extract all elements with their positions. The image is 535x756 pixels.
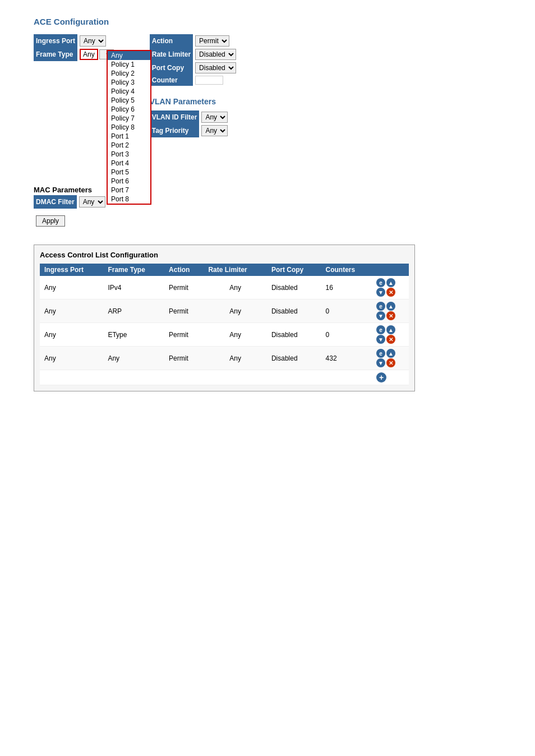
- col-counters: Counters: [321, 264, 372, 276]
- tag-priority-select[interactable]: Any: [201, 125, 228, 136]
- right-panel: Action Permit Deny Rate Limiter Disabled…: [150, 34, 296, 137]
- dropdown-option-port4[interactable]: Port 4: [108, 159, 150, 168]
- cell-ingress-port: Any: [40, 347, 103, 370]
- acl-title: Access Control List Configuration: [40, 251, 409, 259]
- cell-ingress-port: Any: [40, 276, 103, 299]
- down-button-row1[interactable]: ▼: [376, 288, 385, 297]
- acl-container: Access Control List Configuration Ingres…: [34, 245, 415, 391]
- dropdown-option-policy3[interactable]: Policy 3: [108, 78, 150, 87]
- table-row: Any ARP Permit Any Disabled 0 e ▲ ▼ ✕: [40, 299, 409, 323]
- cell-rate-limiter: Any: [204, 347, 267, 370]
- rate-limiter-select[interactable]: Disabled 1 2: [195, 49, 236, 60]
- col-actions: [372, 264, 409, 276]
- up-button-row1[interactable]: ▲: [386, 278, 395, 287]
- dropdown-option-any[interactable]: Any: [108, 51, 150, 60]
- vlan-id-filter-label: VLAN ID Filter: [150, 110, 200, 124]
- cell-counters: 0: [321, 323, 372, 347]
- vlan-section: VLAN Parameters VLAN ID Filter Any Tag P…: [150, 97, 296, 137]
- dropdown-option-policy5[interactable]: Policy 5: [108, 96, 150, 105]
- mac-params-row: MAC Parameters: [34, 185, 108, 195]
- acl-header-row: Ingress Port Frame Type Action Rate Limi…: [40, 264, 409, 276]
- cell-frame-type: IPv4: [103, 276, 164, 299]
- edit-button-row4[interactable]: e: [376, 349, 385, 358]
- edit-button-row1[interactable]: e: [376, 278, 385, 287]
- down-button-row3[interactable]: ▼: [376, 335, 385, 344]
- down-button-row4[interactable]: ▼: [376, 358, 385, 367]
- cell-row-actions: e ▲ ▼ ✕: [372, 323, 409, 347]
- action-label: Action: [150, 34, 193, 48]
- rate-limiter-row: Rate Limiter Disabled 1 2: [150, 48, 238, 61]
- ingress-port-row: Ingress Port Any: [34, 34, 116, 48]
- ingress-port-label: Ingress Port: [34, 34, 77, 48]
- down-button-row2[interactable]: ▼: [376, 311, 385, 320]
- port-copy-row: Port Copy Disabled: [150, 61, 238, 75]
- ingress-port-select[interactable]: Any: [80, 35, 106, 47]
- cell-port-copy: Disabled: [267, 323, 321, 347]
- table-row: Any Any Permit Any Disabled 432 e ▲ ▼ ✕: [40, 347, 409, 370]
- tag-priority-row: Tag Priority Any: [150, 124, 230, 137]
- dropdown-option-policy6[interactable]: Policy 6: [108, 105, 150, 114]
- cell-counters: 16: [321, 276, 372, 299]
- dropdown-option-port5[interactable]: Port 5: [108, 168, 150, 177]
- cell-rate-limiter: Any: [204, 299, 267, 323]
- dropdown-option-policy4[interactable]: Policy 4: [108, 87, 150, 96]
- dropdown-option-policy1[interactable]: Policy 1: [108, 60, 150, 69]
- dropdown-option-port8[interactable]: Port 8: [108, 195, 150, 204]
- page-title: ACE Configuration: [34, 17, 501, 26]
- table-row: Any IPv4 Permit Any Disabled 16 e ▲ ▼ ✕: [40, 276, 409, 299]
- edit-button-row3[interactable]: e: [376, 325, 385, 334]
- counter-label: Counter: [150, 75, 193, 86]
- cell-port-copy: Disabled: [267, 299, 321, 323]
- cell-rate-limiter: Any: [204, 276, 267, 299]
- dropdown-option-port3[interactable]: Port 3: [108, 150, 150, 159]
- action-select[interactable]: Permit Deny: [195, 35, 229, 47]
- dropdown-option-policy2[interactable]: Policy 2: [108, 69, 150, 78]
- frame-type-value: Any: [80, 49, 98, 60]
- col-ingress-port: Ingress Port: [40, 264, 103, 276]
- add-row: +: [40, 370, 409, 385]
- dropdown-option-port2[interactable]: Port 2: [108, 141, 150, 150]
- delete-button-row4[interactable]: ✕: [386, 358, 395, 367]
- dmac-filter-label: DMAC Filter: [34, 195, 77, 209]
- counter-input[interactable]: 0: [195, 76, 223, 85]
- port-copy-select[interactable]: Disabled: [195, 62, 236, 73]
- dropdown-option-port1[interactable]: Port 1: [108, 132, 150, 141]
- action-row: Action Permit Deny: [150, 34, 238, 48]
- cell-port-copy: Disabled: [267, 347, 321, 370]
- frame-type-dropdown[interactable]: Any Policy 1 Policy 2 Policy 3 Policy 4 …: [107, 50, 151, 205]
- edit-button-row2[interactable]: e: [376, 302, 385, 311]
- table-row: Any EType Permit Any Disabled 0 e ▲ ▼ ✕: [40, 323, 409, 347]
- dropdown-option-port7[interactable]: Port 7: [108, 186, 150, 195]
- apply-button[interactable]: Apply: [36, 215, 65, 227]
- delete-button-row3[interactable]: ✕: [386, 335, 395, 344]
- dmac-filter-row: DMAC Filter Any: [34, 195, 108, 209]
- mac-params-label: MAC Parameters: [34, 185, 108, 195]
- cell-counters: 0: [321, 299, 372, 323]
- cell-port-copy: Disabled: [267, 276, 321, 299]
- vlan-id-filter-select[interactable]: Any: [201, 112, 228, 123]
- cell-ingress-port: Any: [40, 323, 103, 347]
- apply-row: Apply: [34, 209, 108, 228]
- col-action: Action: [164, 264, 204, 276]
- add-button[interactable]: +: [376, 372, 386, 382]
- ace-config-area: Ingress Port Any Frame Type Any: [34, 34, 501, 228]
- up-button-row3[interactable]: ▲: [386, 325, 395, 334]
- vlan-section-title: VLAN Parameters: [150, 97, 296, 106]
- col-rate-limiter: Rate Limiter: [204, 264, 267, 276]
- up-button-row2[interactable]: ▲: [386, 302, 395, 311]
- acl-table: Ingress Port Frame Type Action Rate Limi…: [40, 264, 409, 385]
- col-port-copy: Port Copy: [267, 264, 321, 276]
- ace-form-table: Ingress Port Any Frame Type Any: [34, 34, 116, 61]
- delete-button-row2[interactable]: ✕: [386, 311, 395, 320]
- up-button-row4[interactable]: ▲: [386, 349, 395, 358]
- dmac-filter-select[interactable]: Any: [79, 196, 105, 208]
- cell-ingress-port: Any: [40, 299, 103, 323]
- delete-button-row1[interactable]: ✕: [386, 288, 395, 297]
- dropdown-option-policy8[interactable]: Policy 8: [108, 123, 150, 132]
- dropdown-option-policy7[interactable]: Policy 7: [108, 114, 150, 123]
- vlan-id-filter-row: VLAN ID Filter Any: [150, 110, 230, 124]
- left-panel: Ingress Port Any Frame Type Any: [34, 34, 116, 228]
- cell-row-actions: e ▲ ▼ ✕: [372, 276, 409, 299]
- dropdown-option-port6[interactable]: Port 6: [108, 177, 150, 186]
- cell-rate-limiter: Any: [204, 323, 267, 347]
